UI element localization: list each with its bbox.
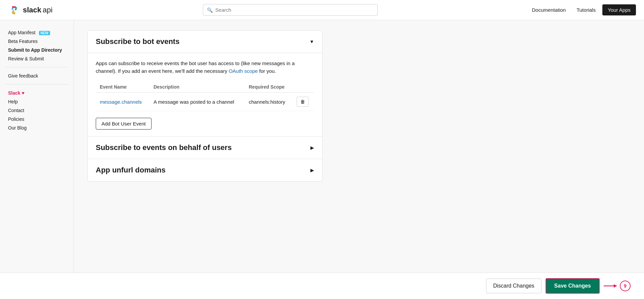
nav-tutorials[interactable]: Tutorials [572,4,600,15]
bot-events-description: Apps can subscribe to receive events the… [96,60,314,75]
event-required-scope: channels:history [245,93,292,111]
users-events-section[interactable]: Subscribe to events on behalf of users ▶ [88,136,322,159]
sidebar-item-beta-features[interactable]: Beta Features [5,37,68,46]
users-events-arrow: ▶ [310,145,314,150]
sidebar-item-help[interactable]: Help [5,97,68,106]
svg-marker-1 [614,284,617,288]
search-area: 🔍 [203,4,378,16]
unfurl-domains-arrow: ▶ [310,167,314,173]
bot-events-collapse-arrow: ▼ [309,39,314,44]
your-apps-button[interactable]: Your Apps [602,4,636,15]
bot-events-title: Subscribe to bot events [96,37,179,46]
unfurl-domains-title: App unfurl domains [96,166,166,175]
col-required-scope: Required Scope [245,82,292,93]
logo-text: slack api [23,6,52,14]
page-layout: App Manifest NEW Beta Features Submit to… [0,0,644,299]
table-row: message.channels A message was posted to… [96,93,314,111]
search-input[interactable] [203,4,378,16]
sidebar-item-review-submit[interactable]: Review & Submit [5,54,68,63]
col-actions [293,82,314,93]
sidebar-slack-love: Slack ♥ [5,89,68,97]
annotation-arrow-icon [604,283,617,289]
bot-events-body: Apps can subscribe to receive events the… [88,53,322,136]
add-bot-user-event-button[interactable]: Add Bot User Event [96,118,152,130]
delete-event-button[interactable]: 🗑 [297,97,309,107]
save-changes-button[interactable]: Save Changes [546,278,600,294]
sidebar-item-app-manifest[interactable]: App Manifest NEW [5,28,68,37]
oauth-scope-link[interactable]: OAuth scope [229,68,258,74]
annotation-arrow: 9 [604,281,631,291]
bot-events-section: Subscribe to bot events ▼ Apps can subsc… [88,31,322,136]
content-card: Subscribe to bot events ▼ Apps can subsc… [87,30,323,182]
logo-api-word: api [43,6,52,14]
sidebar-divider [5,67,68,67]
sidebar-item-submit-app-directory[interactable]: Submit to App Directory [5,46,68,54]
annotation-number: 9 [620,281,631,291]
discard-changes-button[interactable]: Discard Changes [486,279,542,293]
slack-logo-icon [8,4,20,16]
main-content: Subscribe to bot events ▼ Apps can subsc… [74,20,644,299]
footer-action-bar: Discard Changes Save Changes 9 [0,272,644,299]
sidebar-item-give-feedback[interactable]: Give feedback [5,71,68,80]
bot-events-table: Event Name Description Required Scope me… [96,82,314,111]
bot-events-header[interactable]: Subscribe to bot events ▼ [88,31,322,53]
col-description: Description [149,82,245,93]
event-description: A message was posted to a channel [149,93,245,111]
event-name-link[interactable]: message.channels [100,99,142,105]
main-header: slack api 🔍 Documentation Tutorials Your… [0,0,644,20]
search-icon: 🔍 [207,7,213,13]
col-event-name: Event Name [96,82,149,93]
sidebar-item-our-blog[interactable]: Our Blog [5,123,68,132]
unfurl-domains-section[interactable]: App unfurl domains ▶ [88,159,322,181]
new-badge: NEW [39,31,50,35]
logo-slack-word: slack [23,6,41,14]
nav-documentation[interactable]: Documentation [528,4,570,15]
logo-area: slack api [8,4,52,16]
sidebar-item-policies[interactable]: Policies [5,115,68,123]
sidebar-divider-2 [5,84,68,85]
users-events-title: Subscribe to events on behalf of users [96,143,232,152]
main-nav: Documentation Tutorials Your Apps [528,4,636,15]
sidebar-item-contact[interactable]: Contact [5,106,68,115]
sidebar: App Manifest NEW Beta Features Submit to… [0,20,74,299]
